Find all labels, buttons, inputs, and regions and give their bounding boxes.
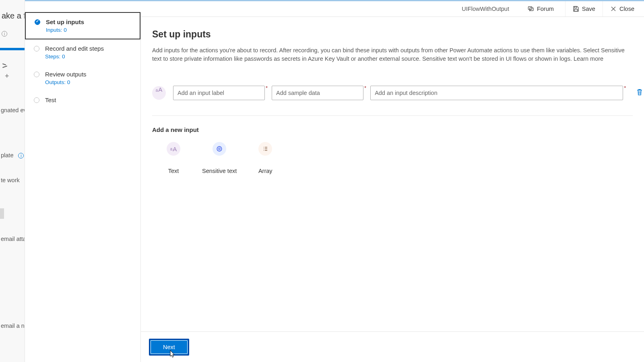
- bg-item-plate-text: plate: [1, 152, 13, 158]
- step-subtext: Steps: 0: [45, 53, 133, 60]
- step-indicator-icon: [34, 97, 39, 103]
- text-type-icon: aA: [152, 86, 166, 100]
- svg-point-5: [219, 148, 220, 150]
- step-title: Test: [45, 97, 133, 103]
- save-icon: [573, 6, 579, 12]
- page-description-text: Add inputs for the actions you're about …: [152, 47, 625, 62]
- background-sidebar: ake a fl… i + gnated even plate i te wor…: [0, 0, 25, 362]
- text-icon: aA: [167, 142, 180, 156]
- type-label: Sensitive text: [202, 168, 237, 174]
- step-indicator-icon: [34, 46, 39, 51]
- input-sample-field-wrap: *: [272, 86, 366, 100]
- step-subtext: Outputs: 0: [45, 79, 133, 85]
- step-record-edit[interactable]: Record and edit steps Steps: 0: [25, 39, 140, 65]
- sensitive-icon: [213, 142, 226, 156]
- type-label: Array: [258, 168, 272, 174]
- close-icon: [610, 6, 617, 12]
- info-icon: i: [18, 153, 24, 158]
- flow-name: UIFlowWithOutput: [462, 6, 520, 12]
- delete-input-button[interactable]: [636, 88, 643, 97]
- input-type-picker: aA Text Sensitive text Array: [152, 142, 633, 174]
- bg-grey-square: [0, 208, 4, 219]
- step-indicator-done-icon: [35, 19, 40, 25]
- step-title: Review outputs: [45, 71, 133, 78]
- step-set-up-inputs[interactable]: Set up inputs Inputs: 0: [25, 12, 140, 39]
- save-label: Save: [582, 6, 595, 12]
- bg-icon-stack: +: [0, 64, 25, 80]
- bg-accent-bar: [0, 48, 25, 50]
- close-button[interactable]: Close: [603, 1, 642, 16]
- type-label: Text: [168, 168, 179, 174]
- step-indicator-icon: [34, 72, 39, 77]
- save-button[interactable]: Save: [565, 1, 603, 16]
- branch-icon: [2, 64, 8, 68]
- input-description-field[interactable]: [370, 86, 623, 100]
- page-title: Set up inputs: [152, 29, 633, 40]
- input-label-field[interactable]: [173, 86, 265, 100]
- required-asterisk: *: [364, 85, 366, 100]
- main-content: Set up inputs Add inputs for the actions…: [141, 17, 644, 331]
- forum-button[interactable]: Forum: [520, 1, 565, 16]
- wizard-footer: Next: [141, 331, 644, 362]
- info-icon: i: [2, 31, 7, 37]
- step-title: Set up inputs: [46, 19, 132, 25]
- next-button[interactable]: Next: [149, 339, 189, 356]
- step-review-outputs[interactable]: Review outputs Outputs: 0: [25, 65, 140, 91]
- bg-item-plate: plate i: [0, 152, 25, 158]
- plus-icon: +: [5, 72, 25, 80]
- type-option-sensitive[interactable]: Sensitive text: [202, 142, 237, 174]
- bg-item-work: te work: [0, 177, 25, 183]
- step-test[interactable]: Test: [25, 91, 140, 109]
- bg-item-gnated: gnated even: [0, 107, 25, 113]
- forum-icon: [528, 6, 534, 12]
- input-label-field-wrap: *: [173, 86, 268, 100]
- page-description: Add inputs for the actions you're about …: [152, 46, 633, 63]
- svg-rect-2: [574, 6, 576, 8]
- trash-icon: [636, 88, 643, 96]
- bg-item-email-note: email a n…: [0, 323, 25, 329]
- required-asterisk: *: [266, 85, 268, 100]
- close-label: Close: [619, 6, 634, 12]
- add-new-input-title: Add a new input: [152, 126, 633, 133]
- type-option-text[interactable]: aA Text: [159, 142, 188, 174]
- input-sample-field[interactable]: [272, 86, 363, 100]
- input-desc-field-wrap: *: [370, 86, 626, 100]
- step-subtext: Inputs: 0: [46, 27, 132, 33]
- required-asterisk: *: [624, 85, 626, 100]
- wizard-steps-panel: Set up inputs Inputs: 0 Record and edit …: [25, 12, 141, 362]
- type-option-array[interactable]: Array: [251, 142, 279, 174]
- input-definition-row: aA * * *: [152, 86, 633, 116]
- step-title: Record and edit steps: [45, 45, 133, 52]
- forum-label: Forum: [537, 6, 554, 12]
- array-icon: [258, 142, 272, 156]
- learn-more-link[interactable]: Learn more: [574, 56, 603, 62]
- bg-title: ake a fl…: [0, 8, 25, 24]
- bg-item-attach: email attac: [0, 236, 25, 242]
- svg-rect-3: [574, 9, 578, 11]
